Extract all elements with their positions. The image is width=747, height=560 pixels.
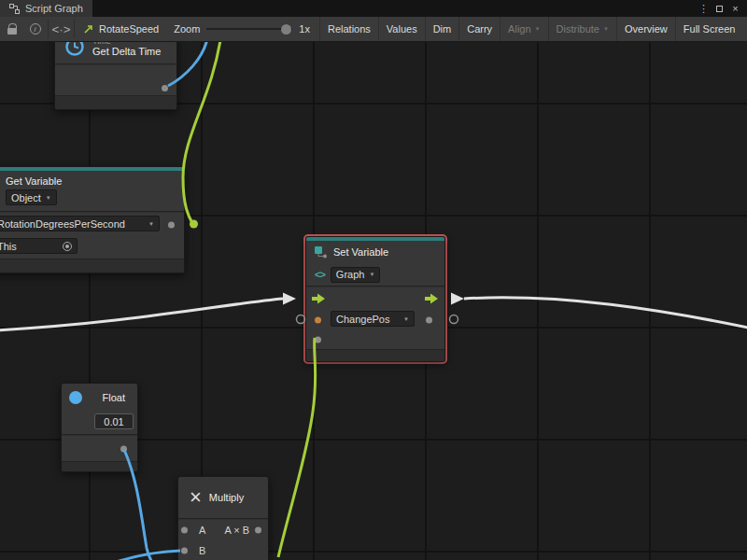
close-icon[interactable]: × xyxy=(727,1,743,16)
variable-scope-value: Object xyxy=(11,192,41,203)
variable-scope-dropdown[interactable]: Graph ▼ xyxy=(331,267,381,283)
node-subheader: <> Graph ▼ xyxy=(306,263,444,286)
lock-icon[interactable] xyxy=(0,17,23,41)
caret-down-icon: ▼ xyxy=(369,272,374,277)
node-body xyxy=(62,436,137,461)
input-port-b[interactable] xyxy=(181,548,188,554)
node-header: × Multiply xyxy=(178,477,268,518)
dim-label: Dim xyxy=(433,23,452,35)
flow-output-port[interactable] xyxy=(425,294,439,304)
zoom-slider[interactable] xyxy=(206,22,292,35)
code-icon: <> xyxy=(315,269,325,280)
variable-name-value: RotationDegreesPerSecond xyxy=(0,218,125,230)
graph-tab-icon xyxy=(9,4,20,14)
maximize-glyph xyxy=(716,6,723,12)
menu-kebab-icon[interactable]: ⋮ xyxy=(696,1,712,16)
zoom-track xyxy=(206,28,292,30)
zoom-value: 1x xyxy=(299,23,310,35)
output-port[interactable] xyxy=(162,85,168,91)
node-title: Multiply xyxy=(209,492,244,503)
maximize-icon[interactable] xyxy=(712,1,727,16)
overview-button[interactable]: Overview xyxy=(616,17,675,41)
align-button[interactable]: Align▼ xyxy=(500,17,547,41)
node-footer xyxy=(62,461,137,471)
value-output-port[interactable] xyxy=(426,317,432,324)
node-title: Get Variable xyxy=(6,175,176,187)
value-wire-green-top[interactable] xyxy=(183,42,221,223)
relations-button[interactable]: Relations xyxy=(319,17,378,41)
node-set-variable[interactable]: Set Variable <> Graph ▼ C xyxy=(305,236,445,362)
float-value-input[interactable]: 0.01 xyxy=(94,413,134,429)
node-footer xyxy=(0,259,184,273)
wire-endpoint-dot xyxy=(190,220,198,229)
node-header: Time Get Delta Time xyxy=(55,42,176,63)
value-input-port[interactable] xyxy=(315,337,321,343)
tab-script-graph[interactable]: Script Graph xyxy=(0,0,92,17)
variable-name-row: RotationDegreesPerSecond ▼ xyxy=(0,213,184,236)
lock-glyph xyxy=(7,28,17,35)
caret-down-icon: ▼ xyxy=(403,316,409,322)
tab-label: Script Graph xyxy=(25,3,83,14)
separator xyxy=(48,20,49,38)
variable-name-dropdown[interactable]: ChangePos ▼ xyxy=(331,311,415,327)
value-wire-blue-bottom[interactable] xyxy=(105,551,180,560)
carry-button[interactable]: Carry xyxy=(458,17,500,41)
breadcrumb[interactable]: RotateSpeed xyxy=(76,17,166,41)
port-row-a: A A × B xyxy=(178,520,268,540)
distribute-button[interactable]: Distribute▼ xyxy=(548,17,616,41)
flow-wire-out[interactable] xyxy=(464,298,747,329)
output-label: A × B xyxy=(224,525,249,536)
multiply-icon: × xyxy=(190,487,202,508)
variable-scope-dropdown[interactable]: Object ▼ xyxy=(6,189,57,205)
variable-icon xyxy=(314,245,328,259)
flow-ports-row xyxy=(306,287,444,310)
variable-scope-value: Graph xyxy=(336,269,365,280)
node-get-variable[interactable]: Get Variable Object ▼ RotationDegreesPer… xyxy=(0,166,185,273)
flow-input-port[interactable] xyxy=(312,294,326,304)
caret-down-icon: ▼ xyxy=(535,26,541,32)
script-graph-window: Script Graph ⋮ × i <·> RotateSpeed Zoom … xyxy=(0,0,747,560)
carry-label: Carry xyxy=(467,23,492,35)
caret-down-icon: ▼ xyxy=(603,26,609,32)
value-input-port[interactable] xyxy=(315,317,321,324)
input-label-a: A xyxy=(199,525,205,536)
output-port[interactable] xyxy=(255,527,261,534)
relations-label: Relations xyxy=(328,23,371,35)
script-graph-asset-icon xyxy=(83,23,94,35)
node-multiply[interactable]: × Multiply A A × B B xyxy=(177,476,269,560)
node-header: Get Variable Object ▼ xyxy=(0,171,184,211)
zoom-handle[interactable] xyxy=(281,24,291,35)
unconnected-port-right[interactable] xyxy=(450,315,458,324)
node-body xyxy=(55,65,176,95)
input-port-a[interactable] xyxy=(181,527,188,534)
value-field-row: 0.01 xyxy=(62,412,137,434)
graph-name: RotateSpeed xyxy=(99,23,159,35)
toolbar-buttons: Relations Values Dim Carry Align▼ Distri… xyxy=(319,17,742,41)
full-screen-label: Full Screen xyxy=(684,23,736,35)
flow-wire-in[interactable] xyxy=(0,299,283,330)
node-get-delta-time[interactable]: Time Get Delta Time xyxy=(54,42,177,110)
node-float[interactable]: Float 0.01 xyxy=(61,383,138,472)
align-label: Align xyxy=(508,23,530,35)
code-view-icon[interactable]: <·> xyxy=(49,17,73,41)
separator xyxy=(74,20,75,38)
flow-arrowhead-in xyxy=(283,293,296,305)
value-wire-green-bottom[interactable] xyxy=(278,338,316,557)
input-label-b: B xyxy=(199,545,205,556)
node-footer xyxy=(55,95,176,109)
value-output-port[interactable] xyxy=(168,221,175,228)
full-screen-button[interactable]: Full Screen xyxy=(675,17,743,41)
variable-target-row: This xyxy=(0,236,184,259)
info-icon[interactable]: i xyxy=(23,17,47,41)
window-controls: ⋮ × xyxy=(696,0,747,17)
node-title: Get Delta Time xyxy=(92,46,161,57)
dim-button[interactable]: Dim xyxy=(425,17,459,41)
variable-name-dropdown[interactable]: RotationDegreesPerSecond ▼ xyxy=(0,216,160,231)
variable-target-field[interactable]: This xyxy=(0,238,78,254)
value-output-port[interactable] xyxy=(120,445,127,452)
node-footer xyxy=(306,349,444,361)
graph-canvas[interactable]: Time Get Delta Time Get Variable Object … xyxy=(0,42,747,560)
values-button[interactable]: Values xyxy=(378,17,425,41)
info-glyph: i xyxy=(30,23,41,35)
overview-label: Overview xyxy=(625,23,668,35)
